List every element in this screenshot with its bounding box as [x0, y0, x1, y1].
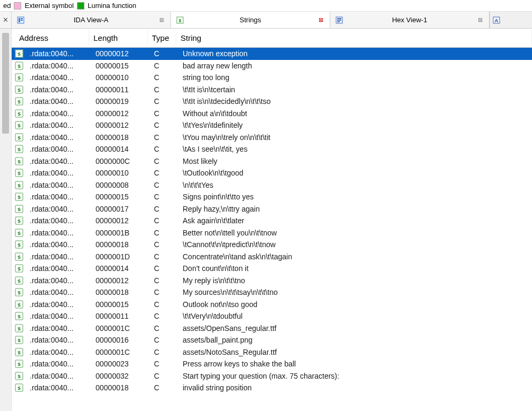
- cell-string: Most likely: [178, 157, 532, 165]
- cell-type: C: [150, 300, 178, 309]
- cell-length: 00000018: [91, 383, 150, 392]
- svg-text:s: s: [18, 384, 21, 391]
- cell-address: .rdata:0040...: [25, 360, 91, 368]
- table-row[interactable]: s.rdata:0040...00000018CMy sources\n\t\t…: [12, 286, 532, 299]
- cell-type: C: [150, 360, 178, 368]
- tab-close-icon[interactable]: ⊠: [158, 16, 165, 24]
- cell-type: C: [150, 383, 178, 392]
- svg-text:s: s: [18, 313, 21, 320]
- cell-length: 00000012: [91, 216, 150, 225]
- col-header-address[interactable]: Address: [15, 30, 89, 46]
- legend-cut-text: ed: [3, 2, 11, 10]
- content-area: Address Length Type String s.rdata:0040.…: [0, 29, 532, 411]
- cell-string: Without a\n\t\tdoubt: [178, 109, 532, 118]
- col-header-length[interactable]: Length: [89, 30, 148, 46]
- table-row[interactable]: s.rdata:0040...00000010Cstring too long: [12, 72, 532, 84]
- cell-address: .rdata:0040...: [25, 312, 91, 320]
- svg-text:s: s: [18, 50, 21, 57]
- table-row[interactable]: s.rdata:0040...0000001BCBetter not\n\tte…: [12, 227, 532, 239]
- svg-text:s: s: [18, 253, 21, 260]
- cell-type: C: [150, 97, 178, 106]
- table-row[interactable]: s.rdata:0040...00000012C\t\tYes\n\tdefin…: [12, 119, 532, 132]
- cell-string: assets/ball_paint.png: [178, 336, 532, 344]
- cell-string: My sources\n\t\t\tsay\n\t\t\tno: [178, 288, 532, 296]
- cell-address: .rdata:0040...: [25, 264, 91, 273]
- table-row[interactable]: s.rdata:0040...00000023CPress arrow keys…: [12, 358, 532, 370]
- cell-type: C: [150, 49, 178, 58]
- table-row[interactable]: s.rdata:0040...00000012CMy reply is\n\t\…: [12, 275, 532, 287]
- cell-length: 00000011: [91, 312, 150, 320]
- string-row-icon: s: [15, 324, 23, 333]
- table-row[interactable]: s.rdata:0040...00000012CUnknown exceptio…: [12, 48, 532, 60]
- table-row[interactable]: s.rdata:0040...00000015Cbad array new le…: [12, 60, 532, 72]
- table-row[interactable]: s.rdata:0040...00000016Cassets/ball_pain…: [12, 334, 532, 346]
- tab-ida-view-a[interactable]: IDA View-A ⊠: [12, 12, 171, 28]
- col-header-type[interactable]: Type: [148, 30, 176, 46]
- cell-string: Outlook not\n\tso good: [178, 300, 532, 309]
- tab-strings[interactable]: s Strings ⊠: [171, 12, 330, 28]
- table-row[interactable]: s.rdata:0040...0000001CCassets/NotoSans_…: [12, 346, 532, 358]
- tab-close-icon[interactable]: ⊠: [476, 16, 484, 24]
- scrollbar-thumb[interactable]: [2, 33, 9, 134]
- table-row[interactable]: s.rdata:0040...00000010C\tOutlook\n\t\tg…: [12, 167, 532, 179]
- svg-rect-3: [21, 20, 23, 21]
- string-row-icon: s: [15, 121, 23, 129]
- tab-close-icon[interactable]: ⊠: [317, 16, 324, 24]
- string-row-icon: s: [15, 169, 23, 177]
- cell-address: .rdata:0040...: [25, 276, 91, 285]
- table-row[interactable]: s.rdata:0040...00000032CStart typing you…: [12, 370, 532, 382]
- cell-length: 00000015: [91, 62, 150, 70]
- svg-text:s: s: [18, 63, 21, 69]
- table-row[interactable]: s.rdata:0040...00000014CDon't count\n\t\…: [12, 263, 532, 275]
- table-header-row: Address Length Type String: [12, 29, 532, 48]
- cell-length: 00000032: [91, 372, 150, 380]
- table-row[interactable]: s.rdata:0040...00000018C\tCannot\t\n\tpr…: [12, 239, 532, 251]
- string-row-icon: s: [15, 73, 23, 82]
- cell-address: .rdata:0040...: [25, 145, 91, 153]
- cell-address: .rdata:0040...: [25, 300, 91, 309]
- cell-address: .rdata:0040...: [25, 372, 91, 380]
- table-row[interactable]: s.rdata:0040...00000017CReply hazy,\n\tt…: [12, 203, 532, 215]
- table-row[interactable]: s.rdata:0040...00000012CAsk again\n\t\tl…: [12, 215, 532, 227]
- table-row[interactable]: s.rdata:0040...00000014C\tAs I see\n\t\t…: [12, 143, 532, 155]
- table-row[interactable]: s.rdata:0040...0000001DCConcentrate\n\ta…: [12, 251, 532, 263]
- tab-hex-view-1[interactable]: Hex View-1 ⊠: [330, 12, 490, 28]
- table-row[interactable]: s.rdata:0040...0000001CCassets/OpenSans_…: [12, 322, 532, 335]
- tab-label: Strings: [188, 16, 313, 24]
- table-row[interactable]: s.rdata:0040...00000008C\n\t\t\tYes: [12, 179, 532, 191]
- cell-address: .rdata:0040...: [25, 157, 91, 165]
- cell-type: C: [150, 372, 178, 380]
- vertical-scrollbar[interactable]: [0, 29, 12, 411]
- tabs-overflow-button[interactable]: A: [490, 12, 502, 28]
- table-row[interactable]: s.rdata:0040...00000015COutlook not\n\ts…: [12, 299, 532, 311]
- cell-address: .rdata:0040...: [25, 85, 91, 94]
- cell-string: \tCannot\t\n\tpredict\n\t\tnow: [178, 240, 532, 249]
- string-row-icon: s: [15, 193, 23, 201]
- tab-label: IDA View-A: [29, 16, 153, 24]
- cell-string: \t\tYes\n\tdefinitely: [178, 121, 532, 129]
- table-row[interactable]: s.rdata:0040...00000019C\t\tIt is\n\tdec…: [12, 95, 532, 108]
- string-row-icon: s: [15, 216, 23, 225]
- cell-string: \tYou may\n\trely on\n\t\t\tit: [178, 133, 532, 142]
- table-row[interactable]: s.rdata:0040...00000011C\t\tVery\n\tdoub…: [12, 310, 532, 322]
- cell-string: \n\t\t\tYes: [178, 181, 532, 189]
- table-row[interactable]: s.rdata:0040...0000000CCMost likely: [12, 155, 532, 168]
- svg-text:s: s: [18, 241, 21, 248]
- col-header-string[interactable]: String: [176, 30, 532, 46]
- table-row[interactable]: s.rdata:0040...00000011C\t\tIt is\n\tcer…: [12, 84, 532, 96]
- string-row-icon: s: [15, 240, 23, 249]
- cell-string: Signs point\n\t\tto yes: [178, 193, 532, 201]
- cell-address: .rdata:0040...: [25, 97, 91, 106]
- table-row[interactable]: s.rdata:0040...00000018C\tYou may\n\trel…: [12, 132, 532, 144]
- cell-type: C: [150, 312, 178, 320]
- table-row[interactable]: s.rdata:0040...00000012CWithout a\n\t\td…: [12, 108, 532, 120]
- cell-type: C: [150, 169, 178, 177]
- svg-text:s: s: [18, 74, 21, 81]
- table-row[interactable]: s.rdata:0040...00000015CSigns point\n\t\…: [12, 191, 532, 203]
- table-row[interactable]: s.rdata:0040...00000018Cinvalid string p…: [12, 382, 532, 394]
- svg-text:s: s: [18, 373, 21, 380]
- cell-length: 00000017: [91, 205, 150, 213]
- cell-address: .rdata:0040...: [25, 193, 91, 201]
- cell-address: .rdata:0040...: [25, 133, 91, 142]
- close-pane-button[interactable]: ✕: [0, 12, 12, 28]
